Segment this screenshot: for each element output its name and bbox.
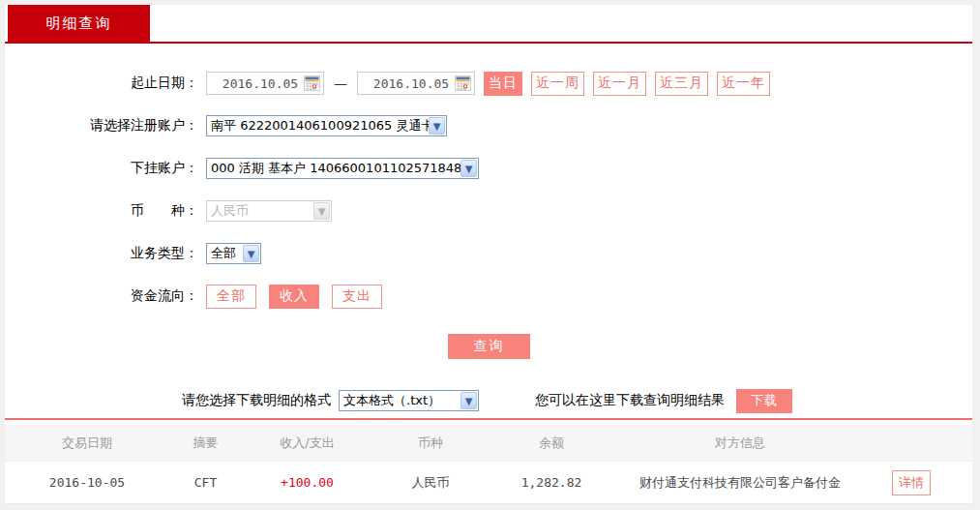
quick-range-year-button[interactable]: 近一年 [717,72,770,96]
chevron-down-icon: ▼ [243,245,259,262]
fund-flow-row: 资金流向： 全部 收入 支出 [5,284,972,309]
cell-currency: 人民币 [363,474,498,492]
cell-date: 2016-10-05 [15,475,160,490]
currency-label: 币 种： [5,202,198,220]
currency-select: 人民币 ▼ [206,200,332,222]
table-header-row: 交易日期 摘要 收入/支出 币种 余额 对方信息 [5,425,972,462]
start-date-value: 2016.10.05 [217,76,304,91]
fund-flow-income-button[interactable]: 收入 [269,285,319,309]
header-balance: 余额 [498,435,605,452]
chevron-down-icon: ▼ [429,117,445,135]
download-format-select[interactable]: 文本格式（.txt） ▼ [339,390,479,411]
table-row: 2016-10-05 CFT +100.00 人民币 1,282.82 财付通支… [5,462,972,504]
calendar-icon[interactable] [304,75,320,91]
header-counterparty: 对方信息 [605,435,876,452]
quick-range-week-button[interactable]: 近一周 [531,72,584,96]
register-account-row: 请选择注册账户： 南平 6222001406100921065 灵通卡 ▼ [5,113,972,138]
cell-balance: 1,282.82 [498,475,605,490]
start-date-input[interactable]: 2016.10.05 [206,72,324,95]
tab-bar: 明细查询 [5,5,972,42]
tab-detail-query[interactable]: 明细查询 [8,5,150,42]
sub-account-label: 下挂账户： [5,160,198,177]
business-type-select[interactable]: 全部 ▼ [206,243,261,264]
header-in-out: 收入/支出 [252,435,363,452]
download-button[interactable]: 下载 [736,389,792,413]
date-separator: — [334,75,347,91]
table-top-divider [5,418,972,420]
query-form: 起止日期： 2016.10.05 [5,44,972,413]
quick-range-month-button[interactable]: 近一月 [593,72,646,96]
quick-range-today-button[interactable]: 当日 [484,72,522,96]
chevron-down-icon: ▼ [313,202,330,220]
cell-summary: CFT [160,475,252,490]
calendar-icon[interactable] [455,75,471,91]
end-date-value: 2016.10.05 [368,76,455,91]
cell-amount: +100.00 [252,475,363,490]
date-range-label: 起止日期： [5,75,198,92]
register-account-label: 请选择注册账户： [5,117,198,135]
end-date-input[interactable]: 2016.10.05 [357,72,475,95]
detail-button[interactable]: 详情 [892,470,931,495]
currency-row: 币 种： 人民币 ▼ [5,198,972,224]
header-summary: 摘要 [160,435,252,452]
sub-account-value: 000 活期 基本户 1406600101102571848 [207,160,460,177]
fund-flow-expense-button[interactable]: 支出 [332,285,382,309]
query-button[interactable]: 查询 [448,334,530,359]
date-range-row: 起止日期： 2016.10.05 [5,71,972,96]
chevron-down-icon: ▼ [460,392,477,409]
fund-flow-all-button[interactable]: 全部 [206,285,256,309]
cell-counterparty: 财付通支付科技有限公司客户备付金 [605,474,876,492]
download-row: 请您选择下载明细的格式 文本格式（.txt） ▼ 您可以在这里下载查询明细结果 … [5,388,972,413]
download-hint: 您可以在这里下载查询明细结果 [535,392,725,409]
query-button-row: 查询 [5,334,972,359]
results-table: 交易日期 摘要 收入/支出 币种 余额 对方信息 2016-10-05 CFT … [5,425,972,504]
business-type-label: 业务类型： [5,245,198,262]
register-account-select[interactable]: 南平 6222001406100921065 灵通卡 ▼ [206,115,447,136]
business-type-row: 业务类型： 全部 ▼ [5,241,972,266]
download-format-value: 文本格式（.txt） [340,392,460,409]
sub-account-row: 下挂账户： 000 活期 基本户 1406600101102571848 ▼ [5,156,972,181]
download-format-label: 请您选择下载明细的格式 [182,392,331,409]
register-account-value: 南平 6222001406100921065 灵通卡 [207,117,429,135]
currency-value: 人民币 [207,202,313,220]
tab-label: 明细查询 [46,15,112,33]
fund-flow-label: 资金流向： [5,287,198,305]
business-type-value: 全部 [207,245,243,262]
header-currency: 币种 [363,435,498,452]
sub-account-select[interactable]: 000 活期 基本户 1406600101102571848 ▼ [206,158,479,179]
main-panel: 明细查询 起止日期： 2016.10.05 [5,5,972,500]
header-date: 交易日期 [15,435,160,452]
chevron-down-icon: ▼ [460,160,477,177]
quick-range-3months-button[interactable]: 近三月 [655,72,708,96]
